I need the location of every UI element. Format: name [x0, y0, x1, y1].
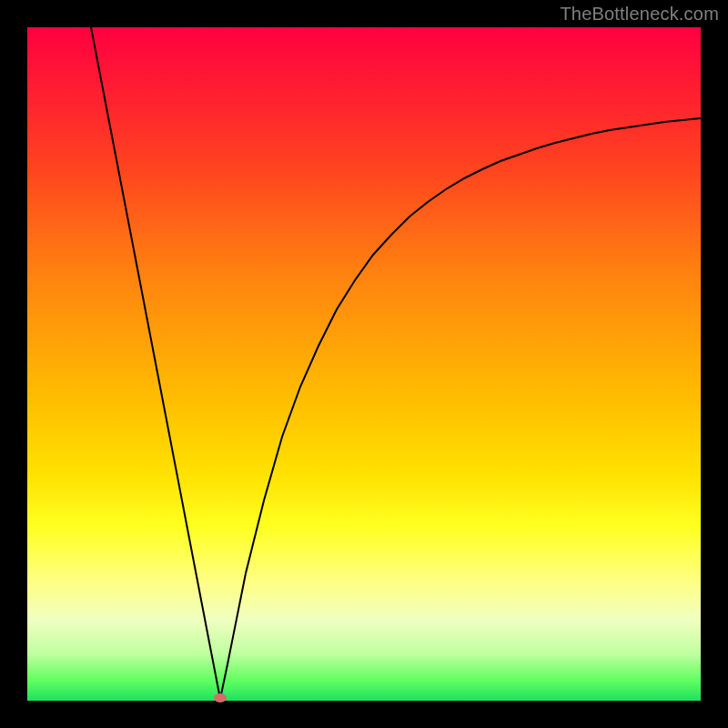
right-branch-path	[220, 118, 701, 699]
curve-layer	[27, 27, 701, 701]
plot-area	[27, 27, 701, 701]
chart-frame: TheBottleneck.com	[0, 0, 728, 728]
watermark-text: TheBottleneck.com	[560, 4, 719, 25]
left-branch-path	[91, 27, 220, 699]
minimum-marker	[214, 693, 227, 703]
